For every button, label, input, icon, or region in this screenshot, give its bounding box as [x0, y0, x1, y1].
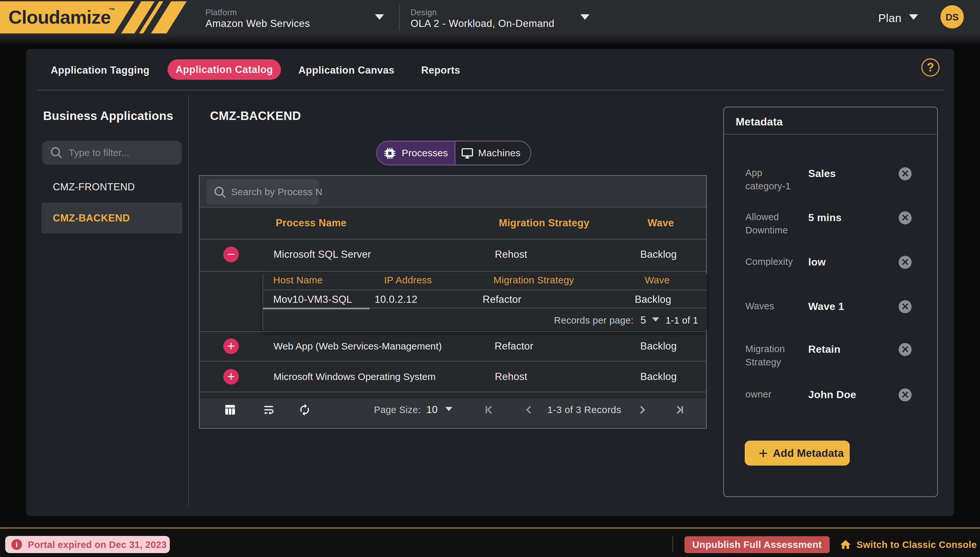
svg-text:™: ™ [109, 7, 115, 14]
svg-text:Cloudamize: Cloudamize [8, 7, 111, 28]
